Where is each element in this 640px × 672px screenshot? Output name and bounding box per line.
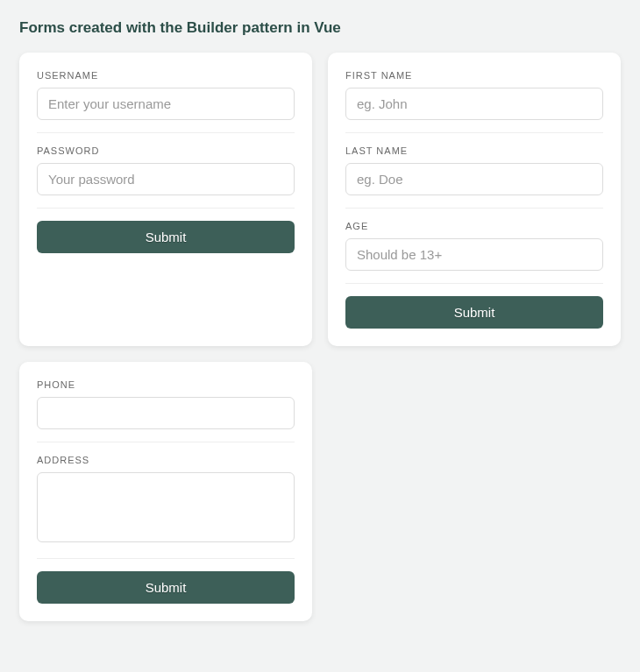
age-label: AGE — [345, 221, 603, 231]
field-group-firstname: FIRST NAME — [345, 70, 603, 133]
age-input[interactable] — [345, 238, 603, 271]
firstname-label: FIRST NAME — [345, 70, 603, 81]
firstname-input[interactable] — [345, 88, 603, 120]
field-group-username: USERNAME — [37, 70, 295, 133]
password-label: PASSWORD — [37, 145, 295, 156]
password-input[interactable] — [37, 163, 295, 195]
submit-button[interactable]: Submit — [37, 571, 295, 604]
address-label: ADDRESS — [37, 455, 295, 465]
lastname-input[interactable] — [345, 163, 603, 195]
forms-container: USERNAME PASSWORD Submit FIRST NAME LAST… — [19, 53, 621, 621]
field-group-age: AGE — [345, 221, 603, 284]
field-group-phone: PHONE — [37, 379, 295, 442]
form-card-login: USERNAME PASSWORD Submit — [19, 53, 312, 346]
page-title: Forms created with the Builder pattern i… — [19, 19, 621, 37]
submit-button[interactable]: Submit — [345, 296, 603, 329]
username-input[interactable] — [37, 88, 295, 120]
submit-button[interactable]: Submit — [37, 221, 295, 253]
field-group-password: PASSWORD — [37, 145, 295, 209]
form-card-profile: FIRST NAME LAST NAME AGE Submit — [328, 53, 621, 346]
form-card-contact: PHONE ADDRESS Submit — [19, 362, 312, 621]
lastname-label: LAST NAME — [345, 145, 603, 156]
address-textarea[interactable] — [37, 472, 295, 542]
phone-label: PHONE — [37, 379, 295, 390]
field-group-address: ADDRESS — [37, 455, 295, 559]
username-label: USERNAME — [37, 70, 295, 81]
field-group-lastname: LAST NAME — [345, 145, 603, 209]
phone-input[interactable] — [37, 397, 295, 429]
